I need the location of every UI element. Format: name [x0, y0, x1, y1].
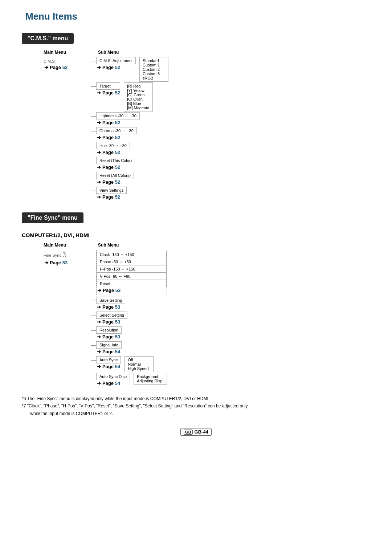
cms-main-col: C.M.S. ➔ Page 52	[44, 57, 91, 202]
cms-label-1: Target	[96, 82, 120, 90]
finesync-vpos: V-Pos -60 ↔ +60	[97, 273, 167, 280]
finesync-header: "Fine Sync" menu	[22, 212, 83, 223]
cms-main-page: ➔ Page 52	[44, 65, 91, 70]
footnote-6: *6 The "Fine Sync" menu is displayed onl…	[22, 395, 370, 402]
cms-options-1: [R] Red [Y] Yellow [G] Green [C] Cyan [B…	[124, 82, 153, 111]
cms-label-5: Reset (This Color)	[96, 157, 135, 164]
cms-item-2: Lightness -30 ↔ +30 ➔ Page 52	[91, 112, 168, 126]
finesync-sub-label: Sub Menu	[98, 243, 178, 248]
cms-item-3: Chroma -30 ↔ +30 ➔ Page 52	[91, 127, 168, 141]
cms-arrow: ➔	[44, 65, 48, 70]
finesync-auto-sync-disp-options: Background Adjusting Disp.	[134, 373, 167, 385]
finesync-select-setting: Select Setting ➔ Page 53	[91, 312, 167, 326]
cms-main-label: C.M.S.	[44, 59, 91, 64]
finesync-auto-sync-options: Off Normal High Speed	[124, 356, 154, 372]
main-menu-label: Main Menu	[44, 50, 94, 55]
cms-page-text: Page 52	[50, 65, 68, 70]
cms-item-4: Hue -30 ↔ +30 ➔ Page 52	[91, 142, 168, 156]
finesync-hpos: H-Pos -150 ↔ +150	[97, 265, 167, 273]
finesync-clock: Clock -150 ↔ +150	[97, 251, 167, 258]
cms-item-6: Reset (All Colors) ➔ Page 52	[91, 172, 168, 186]
cms-item-7: View Settings ➔ Page 52	[91, 187, 168, 201]
finesync-save-setting: Save Setting ➔ Page 53	[91, 297, 167, 311]
cms-item-1: Target ➔ Page 52 [R] Red [Y] Yellow [G] …	[91, 82, 168, 111]
cms-label-2: Lightness -30 ↔ +30	[96, 112, 140, 119]
footnote-7: *7 "Clock", "Phase", "H-Pos", "V-Pos", "…	[22, 402, 370, 417]
cms-label-6: Reset (All Colors)	[96, 172, 134, 179]
cms-label-7: View Settings	[96, 187, 127, 194]
finesync-sub-col: Clock -150 ↔ +150 Phase -30 ↔ +30 H-Pos …	[91, 250, 167, 388]
finesync-auto-sync-disp: Auto Sync Disp ➔ Page 54 Background Adju…	[91, 373, 167, 387]
footnotes: *6 The "Fine Sync" menu is displayed onl…	[22, 395, 370, 417]
cms-page-5: ➔ Page 52	[97, 164, 135, 170]
finesync-signal-info: Signal Info ➔ Page 54	[91, 341, 167, 355]
finesync-col-headers: Main Menu Sub Menu	[44, 243, 370, 248]
cms-options-0: Standard Custom 1 Custom 2 Custom 3 sRGB	[139, 57, 168, 82]
finesync-subtitle: COMPUTER1/2, DVI, HDMI	[22, 232, 370, 238]
finesync-menu-section: "Fine Sync" menu COMPUTER1/2, DVI, HDMI …	[22, 212, 370, 388]
finesync-main-col: Fine Sync *6*7 ➔ Page 53	[44, 250, 91, 388]
cms-label-4: Hue -30 ↔ +30	[96, 142, 130, 149]
page-bottom: GB GB-44	[22, 428, 370, 436]
cms-col-headers: Main Menu Sub Menu	[44, 50, 370, 55]
cms-page-2: ➔ Page 52	[97, 120, 140, 125]
finesync-dashed-group: Clock -150 ↔ +150 Phase -30 ↔ +30 H-Pos …	[96, 250, 167, 295]
page-title: Menu Items	[25, 11, 370, 22]
finesync-main-label: Main Menu	[44, 243, 94, 248]
finesync-tree: Fine Sync *6*7 ➔ Page 53 Clock -150 ↔ +1…	[44, 250, 370, 388]
sub-menu-label: Sub Menu	[98, 50, 178, 55]
cms-item-0: C.M.S. Adjustment ➔ Page 52 Standard Cus…	[91, 57, 168, 82]
cms-page-4: ➔ Page 52	[97, 150, 130, 155]
cms-item-5: Reset (This Color) ➔ Page 52	[91, 157, 168, 171]
cms-page-6: ➔ Page 52	[97, 179, 134, 185]
page-number: GB GB-44	[180, 428, 212, 436]
cms-sub-col: C.M.S. Adjustment ➔ Page 52 Standard Cus…	[91, 57, 168, 202]
finesync-phase: Phase -30 ↔ +30	[97, 258, 167, 265]
finesync-auto-sync: Auto Sync ➔ Page 54 Off Normal High Spee…	[91, 356, 167, 372]
finesync-main-page: ➔ Page 53	[44, 260, 91, 265]
finesync-resolution: Resolution ➔ Page 53	[91, 326, 167, 341]
finesync-reset: Reset	[97, 280, 167, 287]
cms-label-3: Chroma -30 ↔ +30	[96, 127, 137, 134]
cms-page-3: ➔ Page 52	[97, 135, 137, 140]
cms-page-0: ➔ Page 52	[97, 65, 136, 70]
cms-page-1: ➔ Page 52	[97, 90, 120, 95]
cms-label-0: C.M.S. Adjustment	[96, 57, 136, 64]
finesync-footnote-marks: *6*7	[63, 251, 66, 259]
cms-menu-section: "C.M.S." menu Main Menu Sub Menu C.M.S. …	[22, 33, 370, 202]
cms-tree: C.M.S. ➔ Page 52 C.M.S. Adjustment ➔ Pag…	[44, 57, 370, 202]
finesync-dashed-page: ➔ Page 53	[97, 288, 167, 293]
finesync-main-name: Fine Sync	[44, 253, 61, 257]
cms-page-7: ➔ Page 52	[97, 194, 127, 200]
cms-header: "C.M.S." menu	[22, 33, 74, 44]
